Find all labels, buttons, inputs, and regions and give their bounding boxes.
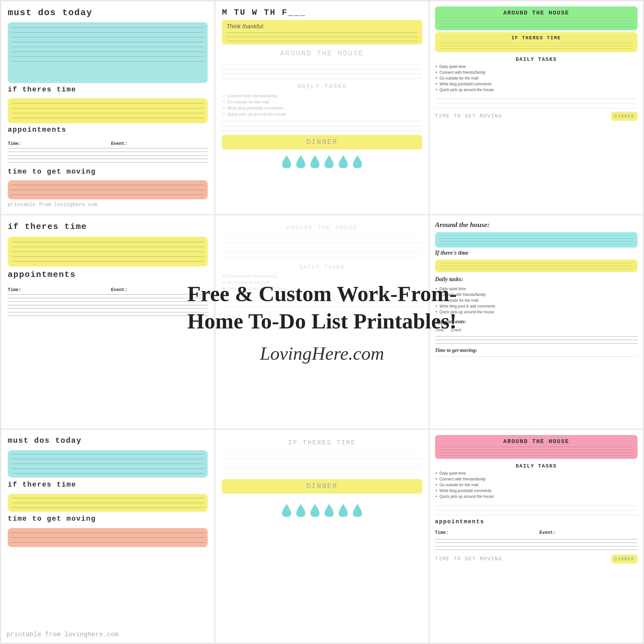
line [440, 263, 633, 263]
line [435, 515, 638, 515]
appt-line [435, 543, 638, 543]
line [12, 103, 204, 104]
event-col: Event: [111, 141, 208, 146]
line [222, 242, 422, 242]
line [226, 37, 417, 37]
water-drop-icon [281, 503, 292, 517]
line [440, 21, 633, 21]
time-to-get-moving-mr: Time to get moving: [435, 347, 638, 353]
line [440, 452, 633, 453]
line [440, 27, 633, 27]
time-col: Time: [8, 141, 105, 146]
water-drop-icon [295, 503, 307, 517]
line [440, 235, 633, 236]
list-item: Quick pick-up around the house [435, 309, 638, 315]
list-item: Connect with friends/family [222, 273, 422, 279]
appt-line [8, 162, 208, 163]
list-item: Connect with friends/family [435, 70, 638, 75]
if-theres-time-title: if theres time [8, 86, 208, 94]
line [222, 121, 422, 121]
mid-lower-lines [222, 300, 422, 313]
event-label-ml: Event: [111, 287, 208, 292]
line [440, 46, 633, 46]
list-item: Go outside for the mall [222, 99, 422, 105]
water-drop-icon [352, 503, 363, 517]
line [12, 242, 204, 242]
around-house-mid: AROUND THE HOUSE [222, 224, 422, 231]
line [12, 37, 204, 37]
line [440, 49, 633, 49]
if-theres-time-lines-ml [12, 241, 204, 263]
line [222, 311, 422, 312]
appt-line [8, 308, 208, 309]
appt-line [8, 148, 208, 148]
if-theres-time-title: IF THERES TIME [440, 35, 633, 41]
if-theres-time-bc: IF THERES TIME [222, 439, 422, 446]
panel-bot-center: IF THERES TIME DINNER [215, 430, 428, 643]
panel-mid-center: AROUND THE HOUSE DAILY TASKS Connect wit… [215, 215, 428, 428]
task-list-mid: Connect with friends/family Go outside f… [222, 273, 422, 291]
mid-center-lines [222, 236, 422, 258]
line [12, 47, 204, 47]
must-dos-box-bl [8, 450, 208, 478]
around-house-title: AROUND THE HOUSE [440, 10, 633, 16]
line [222, 307, 422, 307]
line [222, 302, 422, 302]
water-drop-icon [352, 155, 363, 169]
line [11, 542, 204, 543]
appt-line [435, 550, 638, 550]
daily-tasks-mid: DAILY TASKS [222, 264, 422, 270]
appt-lines-tr [435, 97, 638, 110]
line [435, 505, 638, 506]
if-theres-time-cursive-lines [440, 263, 633, 269]
time-to-get-moving-box [8, 180, 208, 199]
line [12, 118, 204, 118]
dinner-box-bc: DINNER [222, 479, 422, 494]
line [12, 247, 204, 247]
if-theres-time-cursive-box [435, 260, 638, 272]
if-theres-time-title-ml: IF THERES TIME [8, 222, 208, 232]
line [440, 266, 633, 266]
lower-lines [222, 120, 422, 132]
if-theres-time-lines-bc [222, 452, 422, 469]
event-label: Event: [111, 141, 208, 146]
appt-line [8, 152, 208, 152]
line [222, 126, 422, 126]
time-to-get-moving-small: TIME TO GET MOVING [435, 113, 502, 119]
if-theres-time-lines-bl [12, 497, 204, 509]
line [440, 43, 633, 43]
list-item: Go outside for the mall [435, 482, 638, 488]
appt-line [8, 159, 208, 159]
list-item: Daily quiet time [435, 470, 638, 476]
line [222, 69, 422, 69]
list-item: Connect with friends/family [435, 292, 638, 298]
appt-line [435, 340, 638, 340]
panel-top-left: must dos today if theres time appoin [1, 1, 214, 214]
water-drop-icon [309, 155, 321, 169]
line [11, 537, 204, 538]
list-item: Go outside for the mall [435, 298, 638, 303]
time-label-br: Time: [435, 530, 533, 535]
printable-from-label: Printable From LovingHere.com [6, 631, 118, 638]
appointments-cursive: Appointments: [435, 319, 638, 325]
event-label-br: Event: [539, 530, 638, 535]
panel-bot-left: must dos today if theres time time to ge… [1, 430, 214, 643]
list-item: Go outside for the mall [435, 75, 638, 81]
line [12, 32, 204, 33]
appt-line [8, 155, 208, 156]
line [226, 41, 417, 41]
think-thankful-lines [226, 33, 417, 41]
appt-lines [8, 148, 208, 163]
if-theres-time-box-yellow: IF THERES TIME [435, 32, 638, 52]
daily-tasks-section-br: DAILY TASKS Daily quiet time Connect wit… [435, 461, 638, 502]
daily-tasks-cursive: Daily tasks: [435, 276, 638, 283]
appointments-section-ml: Time: Event: [8, 286, 208, 316]
appt-header-br: Time: Event: [435, 530, 638, 535]
water-drop-icon [323, 503, 335, 517]
line [222, 458, 422, 459]
line [12, 42, 204, 42]
line [12, 113, 204, 113]
appt-lines-br [435, 504, 638, 516]
dinner-small: DINNER [611, 112, 638, 121]
event-label-mr: Event: [451, 328, 462, 332]
